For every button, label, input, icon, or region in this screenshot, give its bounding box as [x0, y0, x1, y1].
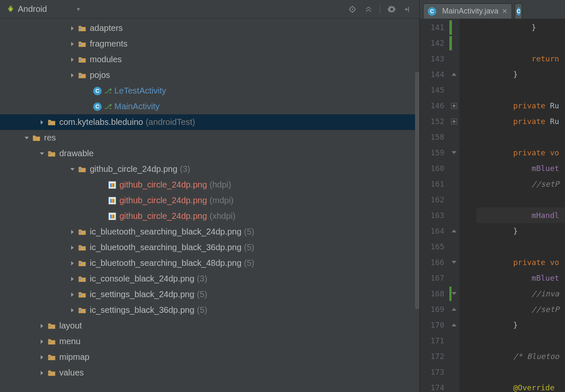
- tree-row[interactable]: ic_console_black_24dp.png(3): [0, 271, 419, 287]
- tab-next[interactable]: C: [515, 3, 522, 19]
- code-line[interactable]: [476, 333, 565, 348]
- fold-slot[interactable]: [449, 113, 460, 129]
- line-number[interactable]: 163: [420, 207, 444, 223]
- tree-row[interactable]: ic_settings_black_24dp.png(5): [0, 287, 419, 302]
- gear-icon[interactable]: [387, 5, 396, 14]
- project-tree[interactable]: adaptersfragmentsmodulespojosC⎇LeTestAct…: [0, 19, 419, 392]
- code-line[interactable]: /* Bluetoo: [476, 348, 565, 364]
- fold-slot[interactable]: [449, 51, 460, 66]
- tree-row[interactable]: ic_bluetooth_searching_black_24dp.png(5): [0, 224, 419, 240]
- fold-slot[interactable]: [449, 192, 460, 207]
- tree-row[interactable]: com.kytelabs.bleduino(androidTest): [0, 114, 419, 130]
- fold-expand-icon[interactable]: [451, 103, 457, 109]
- code-line[interactable]: [476, 35, 565, 51]
- fold-slot[interactable]: [449, 348, 460, 364]
- arrow-down-icon[interactable]: [39, 151, 45, 157]
- arrow-right-icon[interactable]: [39, 370, 45, 376]
- line-number[interactable]: 168: [420, 286, 444, 301]
- code-line[interactable]: [476, 82, 565, 98]
- collapse-all-icon[interactable]: [364, 5, 373, 14]
- arrow-right-icon[interactable]: [69, 72, 75, 78]
- fold-slot[interactable]: [449, 207, 460, 223]
- line-number-gutter[interactable]: 1411421431441451461521581591601611621631…: [420, 19, 449, 392]
- arrow-right-icon[interactable]: [69, 25, 75, 31]
- fold-expand-icon[interactable]: [451, 119, 457, 124]
- line-number[interactable]: 169: [420, 301, 444, 317]
- arrow-right-icon[interactable]: [69, 260, 75, 266]
- fold-start-icon[interactable]: [451, 261, 457, 264]
- line-number[interactable]: 144: [420, 66, 444, 82]
- code-line[interactable]: [476, 364, 565, 380]
- fold-slot[interactable]: [449, 160, 460, 176]
- line-number[interactable]: 141: [420, 19, 444, 35]
- tree-row[interactable]: ic_bluetooth_searching_black_48dp.png(5): [0, 255, 419, 271]
- arrow-right-icon[interactable]: [69, 57, 75, 63]
- hide-panel-icon[interactable]: [403, 5, 413, 14]
- line-number[interactable]: 164: [420, 223, 444, 239]
- tree-row[interactable]: res: [0, 130, 419, 146]
- arrow-right-icon[interactable]: [39, 119, 45, 125]
- fold-end-icon[interactable]: [451, 73, 457, 76]
- fold-slot[interactable]: [449, 66, 460, 82]
- close-tab-icon[interactable]: ✕: [502, 7, 507, 15]
- line-number[interactable]: 145: [420, 82, 444, 98]
- project-view-dropdown[interactable]: Android ▼: [3, 3, 84, 16]
- code-line[interactable]: @Override: [476, 380, 565, 392]
- tree-row[interactable]: ic_bluetooth_searching_black_36dp.png(5): [0, 240, 419, 255]
- code-line[interactable]: //setP: [476, 176, 565, 192]
- fold-slot[interactable]: [449, 176, 460, 192]
- fold-slot[interactable]: [449, 333, 460, 348]
- fold-end-icon[interactable]: [451, 323, 457, 326]
- line-number[interactable]: 159: [420, 145, 444, 160]
- line-number[interactable]: 162: [420, 192, 444, 207]
- arrow-right-icon[interactable]: [69, 229, 75, 235]
- code-area[interactable]: } return } private Ru private Ru private…: [460, 19, 565, 392]
- code-line[interactable]: }: [476, 317, 565, 333]
- tree-row[interactable]: layout: [0, 318, 419, 334]
- tree-row[interactable]: drawable: [0, 146, 419, 161]
- scrollbar[interactable]: [415, 72, 419, 309]
- line-number[interactable]: 171: [420, 333, 444, 348]
- code-line[interactable]: mHandl: [476, 207, 565, 223]
- fold-start-icon[interactable]: [451, 151, 457, 154]
- code-line[interactable]: private vo: [476, 254, 565, 270]
- line-number[interactable]: 143: [420, 51, 444, 66]
- line-number[interactable]: 160: [420, 160, 444, 176]
- line-number[interactable]: 161: [420, 176, 444, 192]
- code-line[interactable]: return: [476, 51, 565, 66]
- locate-icon[interactable]: [348, 5, 357, 14]
- tree-row[interactable]: values: [0, 365, 419, 381]
- line-number[interactable]: 165: [420, 239, 444, 254]
- code-line[interactable]: }: [476, 223, 565, 239]
- fold-end-icon[interactable]: [451, 229, 457, 232]
- line-number[interactable]: 146: [420, 98, 444, 113]
- code-line[interactable]: [476, 192, 565, 207]
- arrow-down-icon[interactable]: [69, 166, 75, 172]
- fold-slot[interactable]: [449, 317, 460, 333]
- tree-row[interactable]: adapters: [0, 20, 419, 36]
- line-number[interactable]: 172: [420, 348, 444, 364]
- arrow-right-icon[interactable]: [69, 41, 75, 47]
- fold-slot[interactable]: [449, 129, 460, 145]
- code-line[interactable]: private Ru: [476, 98, 565, 113]
- fold-end-icon[interactable]: [451, 308, 457, 311]
- line-number[interactable]: 170: [420, 317, 444, 333]
- code-line[interactable]: [476, 129, 565, 145]
- arrow-right-icon[interactable]: [39, 323, 45, 329]
- code-line[interactable]: }: [476, 19, 565, 35]
- fold-slot[interactable]: [449, 286, 460, 301]
- fold-column[interactable]: [449, 19, 460, 392]
- arrow-right-icon[interactable]: [69, 245, 75, 251]
- tree-row[interactable]: ic_settings_black_36dp.png(5): [0, 302, 419, 318]
- line-number[interactable]: 166: [420, 254, 444, 270]
- arrow-down-icon[interactable]: [24, 135, 30, 141]
- line-number[interactable]: 142: [420, 35, 444, 51]
- tree-row[interactable]: github_circle_24dp.png(3): [0, 161, 419, 177]
- tree-row[interactable]: mipmap: [0, 349, 419, 365]
- code-line[interactable]: private vo: [476, 145, 565, 160]
- code-line[interactable]: }: [476, 66, 565, 82]
- fold-slot[interactable]: [449, 223, 460, 239]
- arrow-right-icon[interactable]: [69, 307, 75, 313]
- fold-slot[interactable]: [449, 82, 460, 98]
- tree-row[interactable]: modules: [0, 52, 419, 67]
